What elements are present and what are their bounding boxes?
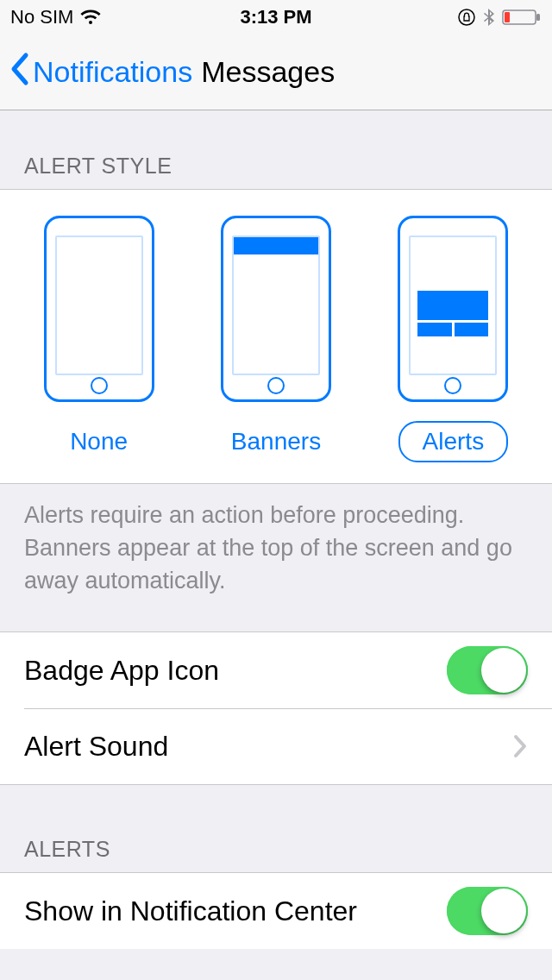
battery-low-icon [502, 9, 542, 26]
alert-style-alerts[interactable]: Alerts [398, 216, 508, 462]
alert-style-footer: Alerts require an action before proceedi… [0, 484, 552, 632]
section-header-alerts: ALERTS [0, 785, 552, 872]
alert-style-alerts-label: Alerts [398, 421, 509, 462]
show-in-nc-toggle[interactable] [447, 887, 528, 935]
alert-sound-cell[interactable]: Alert Sound [0, 708, 552, 784]
bluetooth-icon [483, 8, 495, 27]
status-bar: No SIM 3:13 PM [0, 0, 552, 35]
status-right [457, 8, 542, 27]
section-header-alert-style: ALERT STYLE [0, 110, 552, 189]
svg-point-0 [459, 9, 474, 25]
nav-bar: Notifications Messages [0, 35, 552, 110]
alert-sound-label: Alert Sound [24, 731, 168, 763]
page-title: Messages [201, 55, 335, 89]
back-button[interactable]: Notifications [9, 52, 192, 93]
carrier-label: No SIM [10, 6, 73, 28]
badge-app-icon-toggle[interactable] [447, 646, 528, 694]
svg-rect-3 [505, 12, 510, 22]
back-label: Notifications [33, 55, 192, 89]
phone-preview-none [44, 216, 154, 402]
badge-app-icon-cell[interactable]: Badge App Icon [0, 632, 552, 708]
alert-style-none-label: None [46, 421, 152, 462]
orientation-lock-icon [457, 8, 476, 27]
chevron-left-icon [9, 52, 29, 93]
alert-style-none[interactable]: None [44, 216, 154, 462]
badge-app-icon-label: Badge App Icon [24, 655, 219, 687]
badge-sound-group: Badge App Icon Alert Sound [0, 632, 552, 785]
show-in-nc-cell[interactable]: Show in Notification Center [0, 873, 552, 949]
wifi-icon [80, 9, 101, 26]
alert-style-banners-label: Banners [207, 421, 345, 462]
phone-preview-banners [221, 216, 331, 402]
alert-style-banners[interactable]: Banners [207, 216, 345, 462]
show-in-nc-label: Show in Notification Center [24, 895, 357, 927]
phone-preview-alerts [398, 216, 508, 402]
status-left: No SIM [10, 6, 101, 28]
alerts-group: Show in Notification Center [0, 872, 552, 949]
chevron-right-icon [512, 733, 528, 759]
svg-rect-2 [536, 14, 540, 21]
alert-style-group: None Banners Alerts [0, 189, 552, 484]
